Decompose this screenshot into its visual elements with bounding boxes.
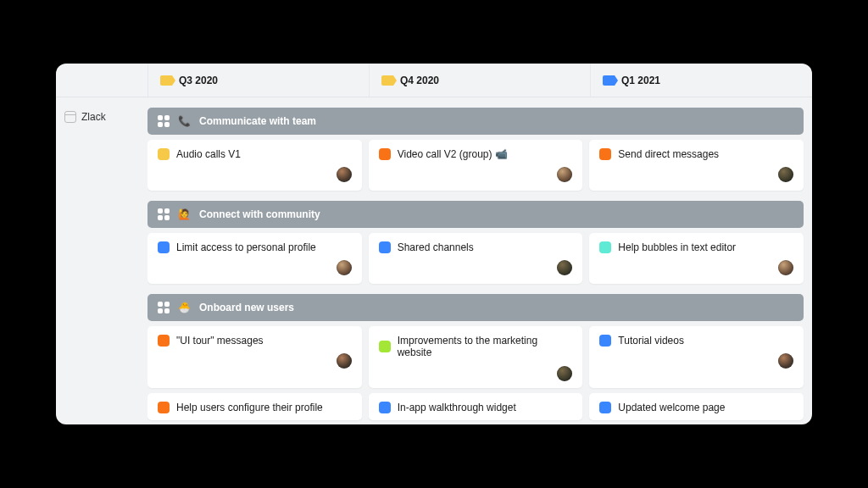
card-title: Help bubbles in text editor — [618, 241, 736, 253]
column-title: Q1 2021 — [621, 75, 660, 86]
group-row: Help users configure their profile In-ap… — [147, 393, 804, 420]
grid-icon — [158, 302, 170, 313]
group-connect-with-community: 🙋 Connect with community Limit access to… — [147, 201, 804, 284]
column-title: Q3 2020 — [179, 75, 218, 86]
column-header-q3-2020[interactable]: Q3 2020 — [147, 64, 369, 97]
tag-swatch — [379, 402, 391, 413]
card-shared-channels[interactable]: Shared channels — [369, 233, 583, 284]
grid-icon — [158, 115, 170, 127]
card-title: Tutorial videos — [618, 335, 684, 347]
column-title: Q4 2020 — [400, 75, 439, 86]
flag-icon — [160, 75, 172, 86]
tag-swatch — [599, 241, 611, 253]
tag-swatch — [379, 341, 391, 352]
tag-swatch — [599, 335, 611, 347]
group-row: Audio calls V1 Video call V2 (group) 📹 — [147, 140, 804, 191]
sidebar-header-spacer — [56, 64, 147, 97]
card-title: Improvements to the marketing website — [398, 335, 573, 359]
card-send-direct-messages[interactable]: Send direct messages — [589, 140, 804, 191]
card-help-users-configure-profile[interactable]: Help users configure their profile — [147, 393, 362, 420]
avatar — [778, 260, 793, 275]
card-help-bubbles-editor[interactable]: Help bubbles in text editor — [589, 233, 804, 284]
card-title: In-app walkthrough widget — [398, 402, 516, 413]
sidebar-item-label: Zlack — [81, 111, 106, 123]
avatar — [557, 366, 572, 381]
group-header[interactable]: 🐣 Onboard new users — [147, 294, 804, 321]
avatar — [778, 167, 793, 182]
tag-swatch — [158, 335, 170, 347]
avatar — [337, 167, 352, 182]
card-title: Help users configure their profile — [176, 402, 323, 413]
sidebar-item-zlack[interactable]: Zlack — [64, 111, 139, 123]
grid-icon — [158, 208, 170, 220]
group-row: Limit access to personal profile Shared … — [147, 233, 804, 284]
tag-swatch — [158, 148, 170, 160]
camera-icon: 📹 — [495, 148, 508, 160]
avatar — [557, 167, 572, 182]
app-icon — [64, 111, 76, 123]
card-video-call-v2-group[interactable]: Video call V2 (group) 📹 — [369, 140, 583, 191]
raising-hand-icon: 🙋 — [178, 208, 191, 220]
phone-icon: 📞 — [178, 115, 191, 127]
tag-swatch — [158, 402, 170, 413]
card-title: Audio calls V1 — [176, 148, 241, 160]
roadmap-grid: 📞 Communicate with team Audio calls V1 — [147, 97, 812, 424]
card-title: Video call V2 (group) 📹 — [398, 148, 508, 160]
card-limit-access-profile[interactable]: Limit access to personal profile — [147, 233, 362, 284]
card-updated-welcome-page[interactable]: Updated welcome page — [589, 393, 804, 420]
card-improvements-marketing-website[interactable]: Improvements to the marketing website — [369, 326, 583, 388]
group-title: Communicate with team — [199, 115, 316, 127]
flag-icon — [381, 75, 393, 86]
roadmap-window: Q3 2020 Q4 2020 Q1 2021 Zlack 📞 — [56, 64, 812, 424]
tag-swatch — [379, 241, 391, 253]
tag-swatch — [599, 148, 611, 160]
group-header[interactable]: 📞 Communicate with team — [147, 108, 804, 135]
column-header-q4-2020[interactable]: Q4 2020 — [369, 64, 590, 97]
hatching-chick-icon: 🐣 — [178, 302, 191, 313]
card-ui-tour-messages[interactable]: "UI tour" messages — [147, 326, 362, 388]
flag-icon — [603, 75, 615, 86]
column-header-row: Q3 2020 Q4 2020 Q1 2021 — [56, 64, 812, 97]
card-in-app-walkthrough-widget[interactable]: In-app walkthrough widget — [369, 393, 583, 420]
avatar — [337, 353, 352, 369]
group-title: Connect with community — [199, 208, 320, 220]
card-title: Limit access to personal profile — [176, 241, 316, 253]
group-row: "UI tour" messages Improvements to the m… — [147, 326, 804, 388]
tag-swatch — [599, 402, 611, 413]
tag-swatch — [379, 148, 391, 160]
card-title: Send direct messages — [618, 148, 719, 160]
avatar — [337, 260, 352, 275]
group-title: Onboard new users — [199, 302, 294, 313]
group-communicate-with-team: 📞 Communicate with team Audio calls V1 — [147, 108, 804, 191]
card-title: Updated welcome page — [618, 402, 725, 413]
column-header-q1-2021[interactable]: Q1 2021 — [590, 64, 811, 97]
card-title: "UI tour" messages — [176, 335, 264, 347]
sidebar: Zlack — [56, 97, 147, 424]
avatar — [557, 260, 572, 275]
group-onboard-new-users: 🐣 Onboard new users "UI tour" messages — [147, 294, 804, 420]
body: Zlack 📞 Communicate with team Audio call… — [56, 97, 812, 424]
card-title: Shared channels — [398, 241, 474, 253]
group-header[interactable]: 🙋 Connect with community — [147, 201, 804, 228]
avatar — [778, 353, 793, 369]
card-audio-calls-v1[interactable]: Audio calls V1 — [147, 140, 362, 191]
card-tutorial-videos[interactable]: Tutorial videos — [589, 326, 804, 388]
tag-swatch — [158, 241, 170, 253]
